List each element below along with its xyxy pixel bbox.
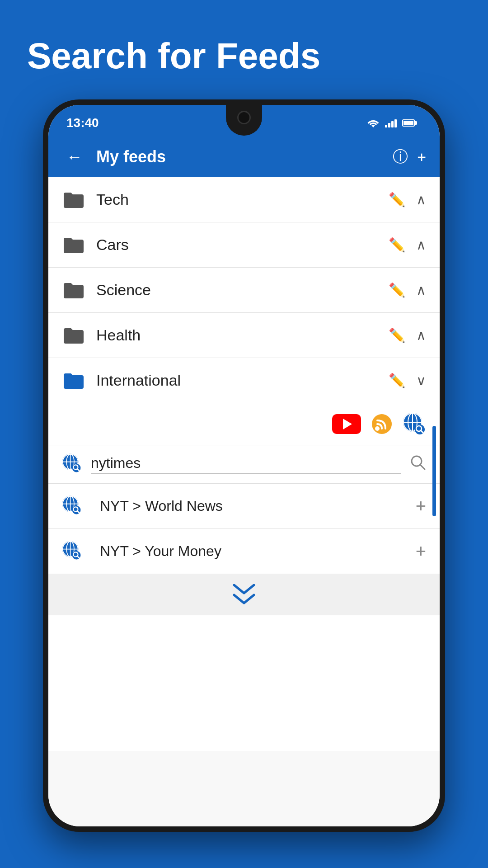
- svg-point-1: [375, 426, 380, 431]
- folder-icon-cars: [62, 236, 84, 254]
- wifi-icon: [367, 118, 380, 127]
- feed-item-cars[interactable]: Cars ✏️ ∧: [48, 222, 440, 268]
- search-input[interactable]: [91, 455, 401, 474]
- page-title: Search for Feeds: [0, 0, 488, 99]
- back-button[interactable]: ←: [62, 143, 87, 171]
- feed-type-icons-row: [48, 403, 440, 445]
- bottom-space: [48, 615, 440, 751]
- phone-notch: [226, 99, 262, 136]
- svg-line-19: [420, 465, 425, 469]
- feed-label-international: International: [96, 372, 389, 389]
- chevron-icon-international[interactable]: ∨: [416, 373, 426, 388]
- feed-item-international[interactable]: International ✏️ ∨: [48, 358, 440, 403]
- phone-inner: 13:40: [48, 105, 440, 826]
- camera-dot: [237, 111, 251, 124]
- signal-icon: [385, 118, 397, 127]
- result-label-your-money: NYT > Your Money: [100, 543, 407, 560]
- chevron-icon-cars[interactable]: ∧: [416, 237, 426, 253]
- phone-mockup: 13:40: [43, 99, 445, 832]
- result-globe-icon-2: [62, 541, 82, 562]
- globe-search-icon[interactable]: [403, 412, 426, 436]
- result-item-your-money[interactable]: NYT > Your Money +: [48, 529, 440, 574]
- info-button[interactable]: ⓘ: [393, 146, 408, 167]
- edit-icon-international[interactable]: ✏️: [389, 373, 405, 388]
- load-more-button[interactable]: [48, 574, 440, 615]
- status-icons: [367, 118, 417, 127]
- feed-actions-cars: ✏️ ∧: [389, 237, 426, 253]
- edit-icon-science[interactable]: ✏️: [389, 282, 405, 298]
- chevron-icon-tech[interactable]: ∧: [416, 192, 426, 208]
- add-button[interactable]: +: [417, 148, 426, 166]
- chevron-icon-science[interactable]: ∧: [416, 282, 426, 298]
- feed-label-cars: Cars: [96, 236, 389, 254]
- feed-actions-tech: ✏️ ∧: [389, 192, 426, 208]
- feed-label-health: Health: [96, 326, 389, 344]
- app-bar-actions: ⓘ +: [393, 146, 426, 167]
- result-globe-icon-1: [62, 495, 82, 517]
- edit-icon-health[interactable]: ✏️: [389, 327, 405, 343]
- battery-icon: [402, 119, 417, 127]
- content-area: Tech ✏️ ∧: [48, 177, 440, 826]
- youtube-icon[interactable]: [332, 414, 361, 434]
- folder-icon-tech: [62, 191, 84, 209]
- phone-shell: 13:40: [43, 99, 445, 832]
- folder-icon-health: [62, 326, 84, 344]
- svg-point-0: [372, 414, 392, 434]
- page-background: Search for Feeds 13:40: [0, 0, 488, 99]
- rss-icon[interactable]: [370, 412, 394, 436]
- feed-item-tech[interactable]: Tech ✏️ ∧: [48, 177, 440, 222]
- feed-item-health[interactable]: Health ✏️ ∧: [48, 313, 440, 358]
- feed-label-science: Science: [96, 281, 389, 299]
- feed-actions-science: ✏️ ∧: [389, 282, 426, 298]
- feed-item-science[interactable]: Science ✏️ ∧: [48, 268, 440, 313]
- feed-label-tech: Tech: [96, 191, 389, 208]
- app-bar-title: My feeds: [96, 147, 384, 166]
- edit-icon-tech[interactable]: ✏️: [389, 192, 405, 208]
- add-world-news-button[interactable]: +: [416, 496, 426, 516]
- edit-icon-cars[interactable]: ✏️: [389, 237, 405, 253]
- chevron-icon-health[interactable]: ∧: [416, 327, 426, 343]
- status-time: 13:40: [66, 116, 99, 130]
- result-label-world-news: NYT > World News: [100, 498, 407, 514]
- feed-actions-health: ✏️ ∧: [389, 327, 426, 343]
- search-globe-icon: [62, 453, 82, 475]
- scrollbar-indicator: [432, 426, 436, 516]
- search-input-row: [48, 445, 440, 484]
- folder-icon-international: [62, 372, 84, 390]
- folder-icon-science: [62, 281, 84, 299]
- app-bar: ← My feeds ⓘ +: [48, 137, 440, 177]
- result-item-world-news[interactable]: NYT > World News +: [48, 484, 440, 529]
- search-submit-icon[interactable]: [410, 454, 426, 474]
- add-your-money-button[interactable]: +: [416, 541, 426, 561]
- feed-actions-international: ✏️ ∨: [389, 373, 426, 388]
